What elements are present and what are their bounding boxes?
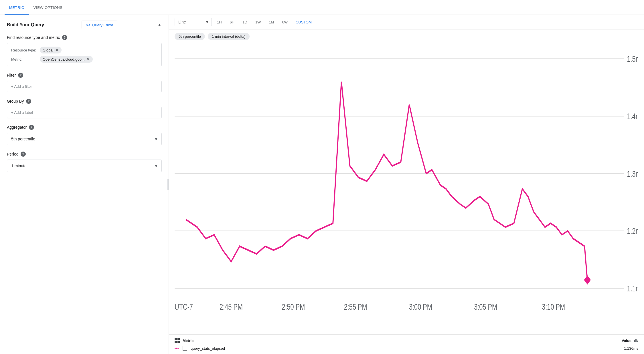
metric-row: Metric: OpenCensus/cloud.goo... ✕ [11, 56, 157, 63]
period-select[interactable]: 1 minute ▾ [7, 160, 162, 172]
aggregator-value: 5th percentile [11, 137, 35, 141]
time-btn-1m[interactable]: 1M [266, 18, 277, 26]
resource-box: Resource type: Global ✕ Metric: OpenCens… [7, 43, 162, 66]
svg-marker-19 [176, 347, 178, 349]
period-value: 1 minute [11, 164, 27, 168]
filter-chips-bar: 5th percentile 1 min interval (delta) [169, 29, 644, 43]
chart-type-chevron: ▾ [206, 20, 208, 24]
resource-type-chip[interactable]: Global ✕ [40, 47, 62, 53]
chart-legend: Metric Value [169, 334, 644, 354]
metric-label: Metric: [11, 57, 37, 61]
filter-help-icon[interactable]: ? [18, 73, 23, 78]
svg-text:3:10 PM: 3:10 PM [542, 302, 565, 311]
legend-header-left: Metric [175, 338, 193, 343]
metric-chip[interactable]: OpenCensus/cloud.goo... ✕ [40, 56, 93, 63]
legend-value-header: Value [622, 339, 631, 343]
filter-chip-interval[interactable]: 1 min interval (delta) [208, 33, 250, 40]
metric-chip-close[interactable]: ✕ [86, 57, 90, 61]
svg-text:1.4ms: 1.4ms [627, 112, 638, 121]
group-by-section: Group By ? + Add a label [7, 99, 162, 118]
build-query-header: Build Your Query <> Query Editor ▲ [7, 21, 162, 29]
find-resource-label: Find resource type and metric ? [7, 35, 162, 40]
legend-checkbox[interactable] [183, 346, 187, 351]
resize-handle-bar [167, 179, 169, 190]
period-section: Period ? 1 minute ▾ [7, 152, 162, 172]
find-resource-help-icon[interactable]: ? [62, 35, 67, 40]
legend-metric-value: 1.136ms [624, 346, 638, 351]
svg-text:1.1ms: 1.1ms [627, 284, 638, 293]
build-query-title: Build Your Query [7, 22, 44, 27]
chart-area: 1.5ms 1.4ms 1.3ms 1.2ms 1.1ms UTC-7 2:45… [169, 43, 644, 334]
chart-type-select[interactable]: Line ▾ [175, 18, 212, 26]
aggregator-chevron-icon: ▾ [155, 136, 157, 142]
svg-text:2:50 PM: 2:50 PM [282, 302, 305, 311]
group-by-help-icon[interactable]: ? [26, 99, 31, 104]
legend-diamond-marker [175, 346, 179, 351]
add-label-box[interactable]: + Add a label [7, 107, 162, 118]
chart-controls: Line ▾ 1H 6H 1D 1W 1M 6W CUSTOM [169, 15, 644, 29]
query-editor-label: Query Editor [92, 23, 113, 27]
time-btn-custom[interactable]: CUSTOM [293, 18, 315, 26]
resource-type-chip-close[interactable]: ✕ [55, 48, 59, 52]
legend-metric-header: Metric [183, 339, 193, 343]
svg-text:3:00 PM: 3:00 PM [409, 302, 432, 311]
chart-svg: 1.5ms 1.4ms 1.3ms 1.2ms 1.1ms UTC-7 2:45… [175, 43, 638, 334]
svg-marker-17 [584, 275, 591, 285]
group-by-label: Group By ? [7, 99, 162, 104]
svg-text:1.5ms: 1.5ms [627, 54, 638, 63]
time-btn-1d[interactable]: 1D [240, 18, 250, 26]
resource-type-row: Resource type: Global ✕ [11, 47, 157, 53]
svg-text:UTC-7: UTC-7 [175, 302, 193, 311]
time-btn-1h[interactable]: 1H [214, 18, 225, 26]
top-tab-bar: METRIC VIEW OPTIONS [0, 0, 644, 15]
legend-row: query_stats_elapsed 1.136ms [175, 346, 638, 351]
time-btn-6w[interactable]: 6W [279, 18, 291, 26]
svg-text:3:05 PM: 3:05 PM [474, 302, 497, 311]
find-resource-section: Find resource type and metric ? Resource… [7, 35, 162, 66]
aggregator-select[interactable]: 5th percentile ▾ [7, 133, 162, 145]
code-icon: <> [86, 23, 90, 27]
grid-view-icon[interactable] [175, 338, 180, 343]
main-layout: Build Your Query <> Query Editor ▲ Find … [0, 15, 644, 354]
time-btn-6h[interactable]: 6H [227, 18, 238, 26]
tab-view-options[interactable]: VIEW OPTIONS [29, 1, 67, 15]
svg-text:2:45 PM: 2:45 PM [220, 302, 243, 311]
svg-text:2:55 PM: 2:55 PM [344, 302, 367, 311]
period-chevron-icon: ▾ [155, 163, 157, 169]
legend-header: Metric Value [175, 338, 638, 343]
aggregator-section: Aggregator ? 5th percentile ▾ [7, 125, 162, 145]
filter-chip-percentile[interactable]: 5th percentile [175, 33, 205, 40]
query-editor-button[interactable]: <> Query Editor [82, 21, 117, 29]
svg-text:1.2ms: 1.2ms [627, 226, 638, 236]
svg-text:1.3ms: 1.3ms [627, 169, 638, 178]
time-btn-1w[interactable]: 1W [252, 18, 264, 26]
collapse-icon[interactable]: ▲ [157, 22, 162, 27]
resource-type-label: Resource type: [11, 48, 37, 52]
aggregator-help-icon[interactable]: ? [29, 125, 34, 130]
add-filter-box[interactable]: + Add a filter [7, 81, 162, 92]
legend-metric-name: query_stats_elapsed [191, 346, 225, 351]
resize-handle[interactable] [167, 15, 169, 354]
right-panel: Line ▾ 1H 6H 1D 1W 1M 6W CUSTOM 5th perc… [169, 15, 644, 354]
period-label: Period ? [7, 152, 162, 157]
aggregator-label: Aggregator ? [7, 125, 162, 130]
chart-type-value: Line [178, 20, 186, 24]
period-help-icon[interactable]: ? [21, 152, 26, 157]
left-panel: Build Your Query <> Query Editor ▲ Find … [0, 15, 169, 354]
filter-label: Filter ? [7, 73, 162, 78]
bars-view-icon[interactable] [634, 339, 638, 342]
tab-metric[interactable]: METRIC [5, 1, 29, 15]
filter-section: Filter ? + Add a filter [7, 73, 162, 92]
